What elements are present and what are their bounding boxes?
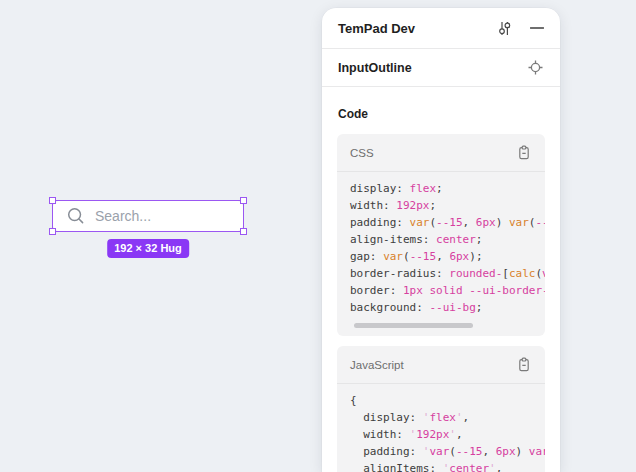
css-card-header: CSS <box>337 134 545 172</box>
code-line: gap: var(--15, 6px); <box>350 248 532 265</box>
css-code-card: CSS display: flex;width: 192px;padding: … <box>337 134 545 336</box>
code-section-label: Code <box>338 107 544 121</box>
css-hscrollbar-track <box>337 318 545 336</box>
search-input-component[interactable]: Search... <box>52 200 244 232</box>
panel-title: TemPad Dev <box>338 21 496 36</box>
js-code-card: JavaScript { display: 'flex', width: '19… <box>337 346 545 472</box>
selection-handle-bottom-right[interactable] <box>240 228 247 235</box>
code-line: display: flex; <box>350 180 532 197</box>
css-code-body: display: flex;width: 192px;padding: var(… <box>337 172 545 318</box>
code-line: border: 1px solid --ui-border- <box>350 282 532 299</box>
code-line: width: 192px; <box>350 197 532 214</box>
tempad-dev-panel: TemPad Dev InputOutline <box>322 8 560 472</box>
code-line: background: --ui-bg; <box>350 299 532 316</box>
selected-node-row: InputOutline <box>322 49 560 87</box>
selection-handle-top-right[interactable] <box>240 197 247 204</box>
dimensions-badge: 192 × 32 Hug <box>107 239 189 258</box>
code-line: display: 'flex', <box>350 409 532 426</box>
code-line: { <box>350 392 532 409</box>
code-line: width: '192px', <box>350 426 532 443</box>
search-icon <box>66 206 86 226</box>
selected-node-name: InputOutline <box>338 61 527 75</box>
js-card-label: JavaScript <box>350 359 516 371</box>
code-line: border-radius: rounded-[calc(va <box>350 265 532 282</box>
code-line: align-items: center; <box>350 231 532 248</box>
js-card-header: JavaScript <box>337 346 545 384</box>
code-line: padding: var(--15, 6px) var(-- <box>350 214 532 231</box>
selection-handle-bottom-left[interactable] <box>49 228 56 235</box>
css-card-label: CSS <box>350 147 516 159</box>
selection-handle-top-left[interactable] <box>49 197 56 204</box>
js-code-body: { display: 'flex', width: '192px', paddi… <box>337 384 545 472</box>
clipboard-copy-icon[interactable] <box>516 144 532 161</box>
code-line: alignItems: 'center', <box>350 460 532 472</box>
css-hscrollbar-thumb[interactable] <box>354 323 473 328</box>
panel-header: TemPad Dev <box>322 8 560 49</box>
sliders-icon[interactable] <box>496 20 513 37</box>
code-section: Code CSS display: flex;width: 192px;padd… <box>322 87 560 472</box>
crosshair-locate-icon[interactable] <box>527 59 544 76</box>
clipboard-copy-icon[interactable] <box>516 356 532 373</box>
code-line: padding: 'var(--15, 6px) var <box>350 443 532 460</box>
search-placeholder-text: Search... <box>95 208 151 224</box>
minimize-icon[interactable] <box>530 21 544 35</box>
